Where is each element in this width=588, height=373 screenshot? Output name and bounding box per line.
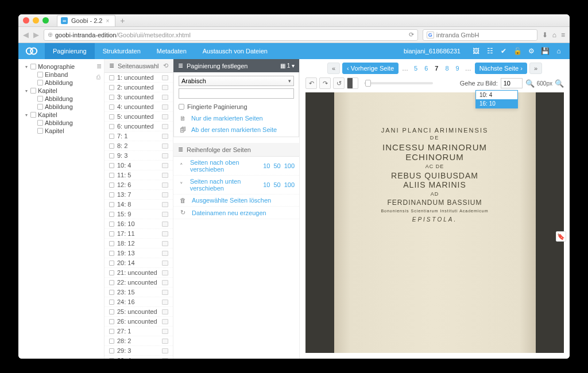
tree-node[interactable]: Kapitel — [21, 127, 102, 135]
goto-input[interactable] — [501, 78, 523, 88]
pagination-badge[interactable]: ▦ 1 ▾ — [280, 63, 295, 69]
zoom-out-icon[interactable]: 🔍 — [525, 79, 535, 88]
pagination-value-input[interactable] — [179, 88, 294, 99]
hierarchy-icon[interactable]: ☷ — [486, 47, 494, 55]
page-row[interactable]: 17: 11 — [105, 229, 173, 239]
back-icon[interactable]: ◀ — [23, 30, 29, 39]
fake-pagination-checkbox[interactable]: Fingierte Paginierung — [179, 103, 294, 110]
zoom-slider[interactable] — [364, 82, 433, 84]
page-row[interactable]: 6: uncounted — [105, 122, 173, 131]
nav-tab-strukturdaten[interactable]: Strukturdaten — [95, 43, 149, 59]
link-from-first-marked[interactable]: 🗐 Ab der ersten markierten Seite — [179, 126, 294, 133]
pager-num[interactable]: 9 — [454, 65, 462, 72]
tree-node[interactable]: Abbildung — [21, 95, 102, 103]
contrast-icon[interactable] — [347, 77, 358, 89]
page-row[interactable]: 16: 10 — [105, 219, 173, 229]
rotate-right-icon[interactable]: ↷ — [319, 77, 331, 89]
page-row[interactable]: 12: 6 — [105, 180, 173, 190]
gear-icon[interactable]: ⚙ — [527, 47, 535, 55]
pagination-type-select[interactable]: Arabisch▾ — [179, 76, 294, 86]
new-tab-button[interactable]: + — [118, 16, 127, 25]
tree-node[interactable]: Abbildung — [21, 103, 102, 111]
minimize-icon[interactable] — [33, 17, 39, 24]
order-row[interactable]: ˅Seiten nach unten verschieben1050100 — [173, 176, 299, 195]
page-row[interactable]: 14: 8 — [105, 200, 173, 209]
page-row[interactable]: 19: 13 — [105, 248, 173, 258]
image-icon[interactable]: 🖼 — [472, 47, 480, 55]
project-name[interactable]: bianjani_618686231 — [398, 48, 466, 55]
page-row[interactable]: 30: 4 — [105, 356, 173, 359]
goto-dropdown[interactable]: 10: 416: 10 — [475, 90, 518, 108]
page-list[interactable]: 1: uncounted2: uncounted3: uncounted4: u… — [105, 73, 173, 359]
tree-node[interactable]: ▾Kapitel — [21, 111, 102, 119]
browser-tab[interactable]: ∞ Goobi - 2.2 × — [57, 15, 115, 26]
order-row[interactable]: ˄Seiten nach oben verschieben1050100 — [173, 157, 299, 176]
nav-tab-metadaten[interactable]: Metadaten — [149, 43, 195, 59]
close-icon[interactable] — [23, 17, 29, 24]
pager-num[interactable]: 6 — [422, 65, 430, 72]
page-row[interactable]: 25: uncounted — [105, 307, 173, 317]
download-icon[interactable]: ⬇ — [542, 31, 548, 39]
check-icon[interactable]: ✔ — [500, 47, 508, 55]
reload-icon[interactable]: ⟳ — [409, 31, 414, 38]
page-row[interactable]: 20: 14 — [105, 258, 173, 268]
undo-icon[interactable]: ↺ — [333, 77, 345, 89]
unlock-icon[interactable]: 🔓 — [513, 47, 521, 55]
maximize-icon[interactable] — [42, 17, 49, 24]
pager-first[interactable]: « — [327, 63, 340, 74]
tree-list-icon[interactable]: ≣ — [96, 63, 102, 70]
nav-tab-paginierung[interactable]: Paginierung — [45, 43, 95, 59]
home2-icon[interactable]: ⌂ — [555, 47, 563, 55]
tree-node[interactable]: Abbildung — [21, 79, 102, 87]
page-row[interactable]: 24: 16 — [105, 297, 173, 307]
dropdown-option[interactable]: 10: 4 — [476, 91, 517, 99]
page-row[interactable]: 9: 3 — [105, 151, 173, 161]
forward-icon[interactable]: ▶ — [33, 30, 39, 39]
save-icon[interactable]: 💾 — [541, 47, 549, 55]
pager-next[interactable]: Nächste Seite › — [475, 63, 527, 74]
page-row[interactable]: 29: 3 — [105, 346, 173, 356]
tab-close-icon[interactable]: × — [106, 18, 109, 24]
pager-last[interactable]: » — [529, 63, 542, 74]
page-row[interactable]: 10: 4 — [105, 161, 173, 170]
menu-icon[interactable]: ≡ — [561, 31, 565, 39]
page-row[interactable]: 21: uncounted — [105, 268, 173, 278]
order-row[interactable]: ↻Dateinamen neu erzeugen — [173, 207, 299, 219]
rotate-left-icon[interactable]: ↶ — [305, 77, 317, 89]
link-marked-only[interactable]: 🗎 Nur die markierten Seiten — [179, 115, 294, 122]
url-field[interactable]: ⊕ goobi-intranda-edition /Goobi/uii/mets… — [44, 29, 418, 41]
page-row[interactable]: 15: 9 — [105, 209, 173, 219]
tree-node[interactable]: ▾Monographie — [21, 63, 102, 71]
pager-num[interactable]: 5 — [412, 65, 420, 72]
page-row[interactable]: 3: uncounted — [105, 92, 173, 102]
scan-area[interactable]: JANI PLANCI ARIMINENSIS DE INCESSU MARIN… — [305, 92, 564, 353]
tree-node[interactable]: Einband — [21, 71, 102, 79]
page-row[interactable]: 27: 1 — [105, 327, 173, 336]
order-row[interactable]: 🗑Ausgewählte Seiten löschen — [173, 195, 299, 207]
nav-tab-austausch[interactable]: Austausch von Dateien — [195, 43, 276, 59]
bookmark-icon[interactable]: 🔖 — [556, 231, 566, 242]
pager-prev[interactable]: ‹ Vorherige Seite — [342, 63, 399, 74]
page-row[interactable]: 2: uncounted — [105, 83, 173, 92]
page-row[interactable]: 13: 7 — [105, 190, 173, 200]
tree-print-icon[interactable]: ⎙ — [96, 73, 102, 80]
tree-node[interactable]: Abbildung — [21, 119, 102, 127]
page-row[interactable]: 22: uncounted — [105, 278, 173, 287]
page-row[interactable]: 7: 1 — [105, 131, 173, 141]
page-row[interactable]: 28: 2 — [105, 336, 173, 346]
brand-logo[interactable] — [18, 43, 45, 59]
page-row[interactable]: 5: uncounted — [105, 112, 173, 122]
pager-num[interactable]: 8 — [443, 65, 451, 72]
tree-node[interactable]: ▾Kapitel — [21, 87, 102, 95]
page-row[interactable]: 8: 2 — [105, 141, 173, 151]
page-row[interactable]: 1: uncounted — [105, 73, 173, 83]
page-row[interactable]: 18: 12 — [105, 239, 173, 248]
zoom-in-icon[interactable]: 🔍 — [555, 79, 564, 88]
page-row[interactable]: 23: 15 — [105, 287, 173, 297]
home-icon[interactable]: ⌂ — [552, 31, 556, 39]
page-row[interactable]: 4: uncounted — [105, 102, 173, 112]
dropdown-option[interactable]: 16: 10 — [476, 99, 517, 108]
refresh-icon[interactable]: ⟲ — [163, 62, 168, 69]
page-row[interactable]: 11: 5 — [105, 170, 173, 180]
page-row[interactable]: 26: uncounted — [105, 317, 173, 327]
